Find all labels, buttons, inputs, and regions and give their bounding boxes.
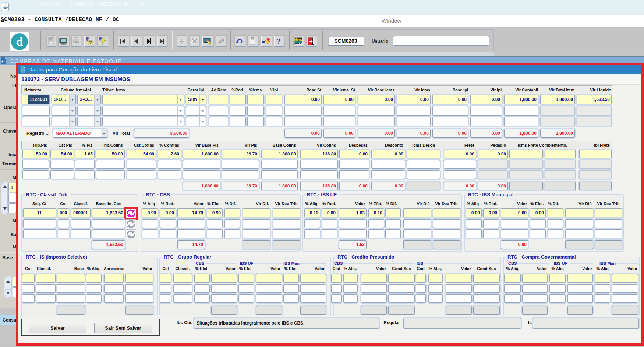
svg-text:Menu: Menu (294, 38, 303, 41)
svg-text:?: ? (89, 40, 92, 45)
svg-text:?: ? (277, 37, 281, 46)
